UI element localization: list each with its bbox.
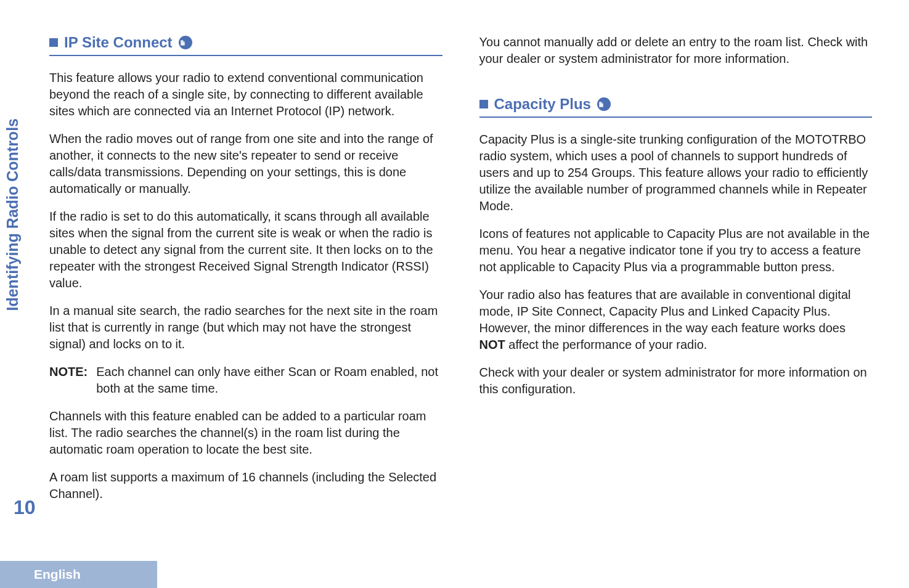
language-label: English bbox=[34, 567, 81, 582]
paragraph: A roam list supports a maximum of 16 cha… bbox=[49, 469, 442, 502]
page-number: 10 bbox=[14, 496, 36, 519]
heading-title: IP Site Connect bbox=[64, 34, 173, 51]
heading-title: Capacity Plus bbox=[494, 96, 591, 113]
note-label: NOTE: bbox=[49, 364, 88, 397]
heading-bullet-icon bbox=[49, 38, 58, 47]
section-label-vertical: Identifying Radio Controls bbox=[4, 118, 22, 311]
paragraph: If the radio is set to do this automatic… bbox=[49, 208, 442, 292]
left-column: IP Site Connect This feature allows your… bbox=[49, 34, 442, 524]
page-content: IP Site Connect This feature allows your… bbox=[0, 0, 909, 524]
paragraph: In a manual site search, the radio searc… bbox=[49, 303, 442, 353]
paragraph: Check with your dealer or system adminis… bbox=[479, 364, 873, 398]
right-column: You cannot manually add or delete an ent… bbox=[479, 34, 873, 524]
paragraph: Channels with this feature enabled can b… bbox=[49, 408, 442, 458]
info-icon bbox=[597, 97, 611, 111]
heading-bullet-icon bbox=[479, 100, 488, 108]
info-icon bbox=[179, 36, 192, 49]
paragraph-text-post: affect the performance of your radio. bbox=[505, 338, 707, 351]
paragraph: Your radio also has features that are av… bbox=[479, 287, 873, 353]
language-footer: English bbox=[0, 561, 157, 588]
section-heading-capacity-plus: Capacity Plus bbox=[479, 96, 873, 118]
paragraph-text-pre: Your radio also has features that are av… bbox=[479, 288, 851, 335]
section-heading-ip-site-connect: IP Site Connect bbox=[49, 34, 442, 56]
paragraph: Capacity Plus is a single-site trunking … bbox=[479, 131, 873, 214]
paragraph: This feature allows your radio to extend… bbox=[49, 70, 442, 120]
note-text: Each channel can only have either Scan o… bbox=[96, 364, 442, 397]
paragraph: When the radio moves out of range from o… bbox=[49, 131, 442, 197]
paragraph: Icons of features not applicable to Capa… bbox=[479, 226, 873, 276]
paragraph-text-bold: NOT bbox=[479, 338, 505, 351]
note-block: NOTE: Each channel can only have either … bbox=[49, 364, 442, 397]
paragraph: You cannot manually add or delete an ent… bbox=[479, 34, 873, 67]
